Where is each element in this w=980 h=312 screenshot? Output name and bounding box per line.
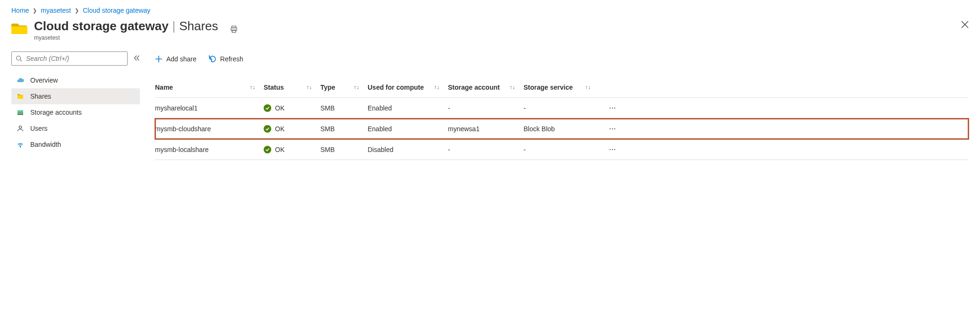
cell-service: - [524, 104, 599, 112]
refresh-icon [209, 55, 216, 63]
breadcrumb-link-resource[interactable]: myasetest [41, 7, 71, 14]
search-input-wrapper[interactable] [11, 51, 128, 66]
sort-icon: ↑↓ [306, 84, 312, 91]
cell-name[interactable]: mysharelocal1 [155, 104, 264, 112]
main-content: Add share Refresh Name↑↓ Status↑↓ Type↑↓… [140, 51, 969, 160]
row-more-button[interactable]: ··· [599, 104, 618, 112]
svg-point-10 [19, 126, 21, 128]
table-row[interactable]: mysharelocal1OKSMBEnabled--··· [155, 98, 969, 118]
status-ok-icon [264, 104, 271, 112]
svg-line-6 [20, 60, 22, 62]
cell-type: SMB [320, 125, 368, 133]
folder-icon [16, 93, 25, 100]
cell-account: - [448, 104, 524, 112]
page-subtitle: myasetest [34, 34, 218, 41]
cell-compute: Enabled [368, 125, 448, 133]
sidebar-item-storage-accounts[interactable]: Storage accounts [11, 104, 140, 120]
table-row[interactable]: mysmb-cloudshareOKSMBEnabledmynewsa1Bloc… [155, 118, 969, 139]
column-header-compute[interactable]: Used for compute↑↓ [368, 84, 448, 91]
page-section: Shares [179, 19, 218, 33]
chevron-right-icon: ❯ [33, 8, 37, 14]
sort-icon: ↑↓ [434, 84, 439, 91]
shares-table: Name↑↓ Status↑↓ Type↑↓ Used for compute↑… [155, 77, 969, 160]
svg-rect-9 [17, 114, 23, 115]
add-share-button[interactable]: Add share [155, 55, 197, 63]
row-more-button[interactable]: ··· [599, 125, 618, 133]
cell-account: - [448, 146, 524, 153]
refresh-button[interactable]: Refresh [209, 55, 243, 63]
sidebar-item-overview[interactable]: Overview [11, 72, 140, 88]
cell-compute: Disabled [368, 146, 448, 153]
cell-status: OK [264, 125, 320, 133]
cell-compute: Enabled [368, 104, 448, 112]
refresh-label: Refresh [220, 55, 243, 63]
cell-status: OK [264, 146, 320, 153]
page-title: Cloud storage gateway [34, 19, 169, 33]
user-icon [16, 125, 25, 132]
sort-icon: ↑↓ [509, 84, 515, 91]
sidebar-item-bandwidth[interactable]: Bandwidth [11, 136, 140, 152]
wifi-icon [16, 141, 25, 148]
status-ok-icon [264, 125, 271, 133]
svg-rect-7 [17, 110, 23, 112]
plus-icon [155, 55, 163, 63]
sidebar-item-label: Storage accounts [30, 109, 82, 116]
add-share-label: Add share [166, 55, 197, 63]
sidebar-item-shares[interactable]: Shares [11, 88, 140, 104]
column-header-name[interactable]: Name↑↓ [155, 84, 264, 91]
table-header: Name↑↓ Status↑↓ Type↑↓ Used for compute↑… [155, 77, 969, 98]
chevron-right-icon: ❯ [75, 8, 79, 14]
sidebar-item-label: Shares [30, 93, 51, 100]
toolbar: Add share Refresh [155, 51, 969, 67]
sort-icon: ↑↓ [249, 84, 255, 91]
storage-icon [16, 109, 25, 116]
table-row[interactable]: mysmb-localshareOKSMBDisabled--··· [155, 139, 969, 160]
sidebar-item-users[interactable]: Users [11, 120, 140, 136]
folder-icon [11, 22, 27, 35]
row-more-button[interactable]: ··· [599, 146, 618, 153]
sidebar: OverviewSharesStorage accountsUsersBandw… [11, 51, 140, 160]
breadcrumb-link-current[interactable]: Cloud storage gateway [83, 7, 150, 14]
sidebar-item-label: Bandwidth [30, 141, 61, 148]
print-icon[interactable] [230, 25, 238, 35]
svg-point-11 [20, 147, 20, 147]
search-icon [16, 55, 22, 62]
cell-status: OK [264, 104, 320, 112]
cell-name[interactable]: mysmb-localshare [155, 146, 264, 153]
cloud-icon [16, 76, 25, 84]
breadcrumb: Home ❯ myasetest ❯ Cloud storage gateway [11, 7, 969, 14]
search-input[interactable] [25, 54, 123, 63]
status-ok-icon [264, 146, 271, 153]
sort-icon: ↑↓ [585, 84, 591, 91]
title-separator: | [172, 19, 176, 33]
breadcrumb-link-home[interactable]: Home [11, 7, 29, 14]
cell-type: SMB [320, 104, 368, 112]
svg-point-5 [17, 56, 21, 60]
column-header-status[interactable]: Status↑↓ [264, 84, 320, 91]
cell-account: mynewsa1 [448, 125, 524, 133]
cell-service: Block Blob [524, 125, 599, 133]
sidebar-item-label: Overview [30, 76, 58, 84]
collapse-sidebar-button[interactable] [133, 55, 140, 63]
column-header-service[interactable]: Storage service↑↓ [524, 84, 599, 91]
svg-rect-8 [17, 112, 23, 113]
chevron-double-left-icon [133, 55, 140, 61]
cell-service: - [524, 146, 599, 153]
sidebar-item-label: Users [30, 125, 48, 132]
column-header-type[interactable]: Type↑↓ [320, 84, 368, 91]
sort-icon: ↑↓ [353, 84, 359, 91]
cell-name[interactable]: mysmb-cloudshare [155, 125, 264, 133]
cell-type: SMB [320, 146, 368, 153]
svg-rect-2 [232, 30, 236, 33]
column-header-account[interactable]: Storage account↑↓ [448, 84, 524, 91]
close-button[interactable] [961, 21, 969, 30]
